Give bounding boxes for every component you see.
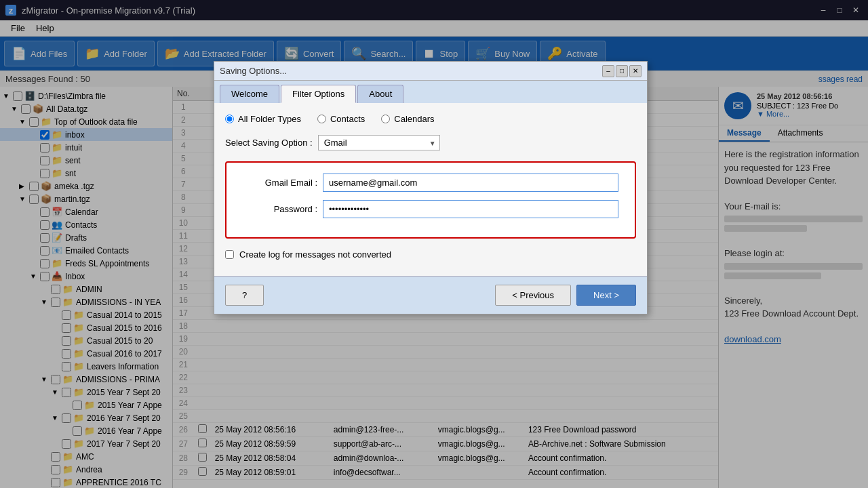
credentials-box: Gmail Email : Password : xyxy=(225,161,636,239)
modal-maximize-button[interactable]: □ xyxy=(616,65,628,77)
modal-content: All Folder Types Contacts Calendars Sele… xyxy=(214,103,647,276)
modal-footer: ? < Previous Next > xyxy=(214,276,647,314)
gmail-email-label: Gmail Email : xyxy=(243,178,317,188)
gmail-email-row: Gmail Email : xyxy=(243,174,618,192)
previous-button[interactable]: < Previous xyxy=(495,285,571,306)
password-row: Password : xyxy=(243,200,618,218)
gmail-email-input[interactable] xyxy=(323,174,618,192)
password-label: Password : xyxy=(243,204,317,214)
tab-welcome[interactable]: Welcome xyxy=(220,85,279,103)
saving-option-select[interactable]: Gmail Outlook Office 365 Thunderbird xyxy=(318,135,440,150)
password-input[interactable] xyxy=(323,200,618,218)
modal-overlay: Saving Options... – □ ✕ Welcome Filter O… xyxy=(0,0,868,488)
saving-option-wrapper: Gmail Outlook Office 365 Thunderbird xyxy=(318,135,440,150)
modal-title-buttons: – □ ✕ xyxy=(602,65,642,77)
modal-titlebar: Saving Options... – □ ✕ xyxy=(214,62,647,81)
help-button[interactable]: ? xyxy=(225,285,264,306)
saving-options-modal: Saving Options... – □ ✕ Welcome Filter O… xyxy=(214,61,648,314)
modal-tabs: Welcome Filter Options About xyxy=(214,81,647,103)
modal-minimize-button[interactable]: – xyxy=(602,65,614,77)
tab-filter-options[interactable]: Filter Options xyxy=(281,85,356,103)
radio-contacts-input[interactable] xyxy=(317,115,326,123)
radio-calendars[interactable]: Calendars xyxy=(381,114,434,124)
modal-close-button[interactable]: ✕ xyxy=(629,65,642,77)
radio-all-input[interactable] xyxy=(225,115,234,123)
modal-title: Saving Options... xyxy=(220,66,287,76)
create-log-checkbox[interactable] xyxy=(225,250,234,259)
folder-types-group: All Folder Types Contacts Calendars xyxy=(225,114,636,124)
create-log-row: Create log for messages not converted xyxy=(225,249,636,260)
radio-contacts[interactable]: Contacts xyxy=(317,114,365,124)
tab-about[interactable]: About xyxy=(357,85,403,103)
saving-option-label: Select Saving Option : xyxy=(225,138,313,148)
saving-option-row: Select Saving Option : Gmail Outlook Off… xyxy=(225,135,636,150)
next-button[interactable]: Next > xyxy=(576,285,636,306)
radio-all-folder-types[interactable]: All Folder Types xyxy=(225,114,301,124)
footer-nav-buttons: < Previous Next > xyxy=(495,285,636,306)
create-log-label: Create log for messages not converted xyxy=(239,249,391,260)
radio-calendars-input[interactable] xyxy=(381,115,390,123)
